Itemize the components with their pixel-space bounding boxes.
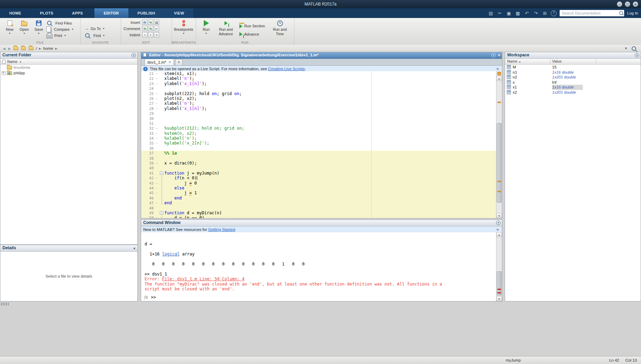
- command-prompt[interactable]: fx >>: [144, 295, 156, 300]
- collapse-icon[interactable]: ▼: [133, 246, 136, 252]
- breakpoint-dash[interactable]: [154, 151, 159, 156]
- breakpoint-dash[interactable]: -: [154, 181, 159, 186]
- minimize-icon[interactable]: –: [617, 1, 622, 7]
- breakpoint-dash[interactable]: -: [154, 71, 159, 76]
- uncomment-icon[interactable]: %: [148, 26, 153, 31]
- breakpoint-dash[interactable]: -: [154, 215, 159, 218]
- search-documentation-input[interactable]: [559, 10, 624, 17]
- history-dropdown-icon[interactable]: ▼: [624, 47, 628, 50]
- command-scrollbar[interactable]: ▲ ▼: [496, 232, 502, 301]
- code-line[interactable]: 43- j = 0: [141, 181, 496, 186]
- find-button[interactable]: Find ▼: [84, 32, 105, 38]
- insert-fx-icon[interactable]: fx: [142, 20, 147, 25]
- close-editor-icon[interactable]: ✕: [498, 53, 501, 57]
- code-line[interactable]: 25-subplot(222); hold on; grid on;: [141, 91, 496, 96]
- breakpoint-dash[interactable]: -: [154, 91, 159, 96]
- editor-scrollbar[interactable]: ▲ ▼: [496, 71, 502, 218]
- breakpoint-dash[interactable]: -: [154, 161, 159, 166]
- breadcrumb-root[interactable]: /: [36, 46, 37, 50]
- code-line[interactable]: 23-ylabel('x_1[n]');: [141, 81, 496, 86]
- scroll-down-icon[interactable]: ▼: [496, 213, 502, 218]
- breakpoint-dash[interactable]: -: [154, 126, 159, 131]
- redo-icon[interactable]: ↷: [533, 11, 539, 16]
- creating-live-scripts-link[interactable]: Creating Live Scripts: [268, 67, 305, 71]
- advance-button[interactable]: Advance: [239, 31, 259, 37]
- code-line[interactable]: 32-%subplot(212); hold on; grid on;: [141, 126, 496, 131]
- workspace-column-header[interactable]: Name ▲ Value: [505, 59, 641, 65]
- tab-publish[interactable]: PUBLISH: [128, 8, 165, 18]
- breakpoint-dash[interactable]: [154, 121, 159, 126]
- code-line[interactable]: 40: [141, 166, 496, 170]
- error-marker[interactable]: [497, 289, 501, 290]
- run-button[interactable]: Run ▼: [199, 19, 214, 35]
- breakpoints-button[interactable]: Breakpoints ▼: [176, 19, 191, 35]
- code-line[interactable]: 47-end: [141, 200, 496, 205]
- breakpoint-dash[interactable]: -: [154, 136, 159, 141]
- wrap-comment-icon[interactable]: ↩: [154, 26, 159, 31]
- warning-marker[interactable]: [497, 181, 501, 182]
- scroll-up-icon[interactable]: ▲: [496, 232, 502, 237]
- paste-icon[interactable]: ▦: [515, 11, 521, 16]
- up-folder-icon[interactable]: [13, 47, 18, 50]
- close-infobar-icon[interactable]: ✕: [496, 67, 499, 71]
- breakpoint-dash[interactable]: [154, 156, 159, 161]
- code-line[interactable]: 36: [141, 146, 496, 151]
- warning-marker[interactable]: [497, 102, 501, 103]
- forward-icon[interactable]: ▶: [8, 47, 11, 50]
- compare-button[interactable]: Compare ▼: [46, 26, 74, 32]
- code-line[interactable]: 28-ylabel('x_1[n]');: [141, 106, 496, 111]
- pane-menu-icon[interactable]: ▼: [496, 221, 501, 225]
- workspace-variable-row[interactable]: n11x16 double: [505, 70, 641, 75]
- breakpoint-dash[interactable]: [154, 206, 159, 211]
- code-fold-icon[interactable]: [159, 171, 164, 176]
- decrease-indent-icon[interactable]: «: [148, 32, 153, 37]
- help-icon[interactable]: ?: [551, 10, 557, 16]
- open-button[interactable]: Open▼: [17, 19, 32, 35]
- code-line[interactable]: 29: [141, 111, 496, 116]
- command-window-body[interactable]: d = 1×16 logical array 0 0 0 0 0 0 0 0 0…: [141, 232, 502, 301]
- workspace-variable-row[interactable]: x21x201 double: [505, 90, 641, 95]
- breakpoint-dash[interactable]: -: [154, 96, 159, 101]
- workspace-variable-row[interactable]: M15: [505, 65, 641, 70]
- command-link[interactable]: logical: [162, 252, 180, 256]
- details-header[interactable]: Details ▼: [0, 245, 137, 252]
- scroll-down-icon[interactable]: ▼: [496, 296, 502, 301]
- code-line[interactable]: 35-%ylabel('x_2[n]');: [141, 141, 496, 146]
- error-marker[interactable]: [497, 292, 501, 293]
- close-icon[interactable]: ✕: [633, 1, 638, 7]
- code-line[interactable]: 38: [141, 156, 496, 161]
- code-line[interactable]: 21-stem(n1, x1);: [141, 71, 496, 76]
- code-line[interactable]: 31: [141, 121, 496, 126]
- pane-menu-icon[interactable]: ▼: [131, 53, 136, 57]
- file-tab[interactable]: dsv1_1.m* ✕: [145, 59, 174, 65]
- maximize-icon[interactable]: □: [625, 1, 630, 7]
- tab-view[interactable]: VIEW: [165, 8, 194, 18]
- code-line[interactable]: 41function j = myJump(n): [141, 171, 496, 176]
- code-line[interactable]: 26-plot(n2, x2);: [141, 96, 496, 101]
- breakpoint-dash[interactable]: -: [154, 101, 159, 106]
- find-files-button[interactable]: Find Files: [46, 20, 72, 26]
- comment-icon[interactable]: %: [142, 26, 147, 31]
- code-line[interactable]: 37%% 1a: [141, 151, 496, 156]
- smart-indent-icon[interactable]: »: [142, 32, 147, 37]
- login-button[interactable]: Log In: [627, 11, 638, 15]
- tab-plots[interactable]: PLOTS: [31, 8, 63, 18]
- pane-menu-icon[interactable]: ▼: [491, 53, 496, 57]
- breakpoint-dash[interactable]: -: [154, 190, 159, 195]
- breakpoint-dash[interactable]: [154, 116, 159, 121]
- tab-apps[interactable]: APPS: [63, 8, 92, 18]
- folder-item[interactable]: philipp: [0, 70, 137, 76]
- code-line[interactable]: 44- else: [141, 186, 496, 190]
- tab-editor[interactable]: EDITOR: [94, 8, 128, 18]
- increase-indent-icon[interactable]: ≡: [154, 32, 159, 37]
- undo-icon[interactable]: ↶: [524, 11, 530, 16]
- back-icon[interactable]: ◀: [3, 47, 6, 50]
- run-and-time-button[interactable]: Run and Time: [270, 19, 290, 36]
- code-line[interactable]: 49function d = myDirac(n): [141, 211, 496, 215]
- code-line[interactable]: 48: [141, 206, 496, 211]
- save-button[interactable]: Save▼: [31, 19, 46, 35]
- switch-window-icon[interactable]: ⊞: [542, 11, 548, 16]
- code-line[interactable]: 22-xlabel('n');: [141, 76, 496, 81]
- new-tab-button[interactable]: +: [175, 59, 183, 65]
- breakpoint-dash[interactable]: [154, 196, 159, 200]
